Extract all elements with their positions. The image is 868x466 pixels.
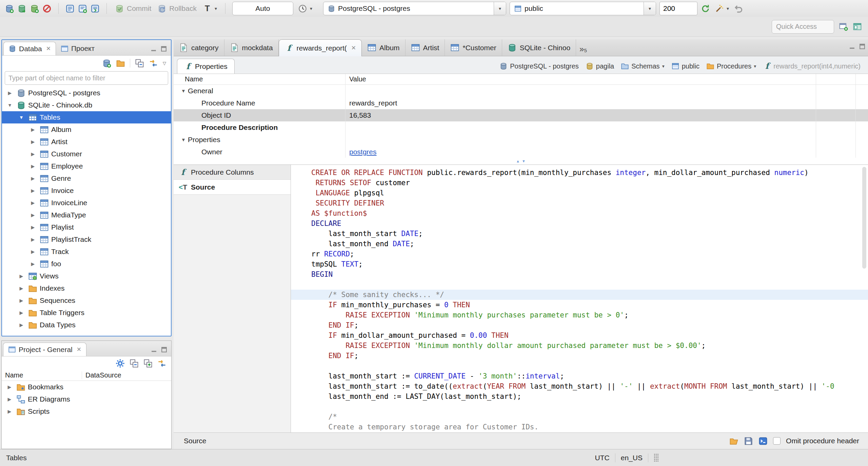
tree-item-foo[interactable]: ▶foo — [2, 258, 171, 270]
code-line[interactable]: DECLARE — [291, 218, 868, 229]
code-line[interactable]: SECURITY DEFINER — [291, 198, 868, 208]
maximize-icon[interactable] — [160, 45, 167, 53]
link-editor-icon[interactable] — [157, 359, 166, 368]
tree-item-indexes[interactable]: ▶Indexes — [2, 282, 171, 294]
format-wand-button[interactable]: ▾ — [713, 3, 730, 14]
tree-item-customer[interactable]: ▶Customer — [2, 148, 171, 160]
collapse-all-icon[interactable] — [130, 359, 139, 368]
connect-icon[interactable] — [17, 4, 26, 13]
auto-commit-combo[interactable]: Auto — [232, 2, 293, 15]
expand-arrow-collapsed-icon[interactable]: ▶ — [28, 176, 37, 181]
save-icon[interactable] — [744, 436, 753, 446]
expand-arrow-collapsed-icon[interactable]: ▶ — [28, 139, 37, 144]
db-perspective-icon[interactable] — [853, 22, 862, 31]
expand-arrow-collapsed-icon[interactable]: ▶ — [17, 322, 26, 328]
code-line[interactable]: last_month_start := to_date((extract(YEA… — [291, 381, 868, 391]
grid-column-name[interactable]: Name — [174, 75, 345, 83]
property-row-owner[interactable]: Ownerpostgres — [174, 146, 868, 158]
code-line[interactable]: last_month_end DATE; — [291, 239, 868, 249]
breadcrumb-item-rewards-report-int4-numeric[interactable]: frewards_report(int4,numeric) — [763, 62, 861, 70]
expand-all-icon[interactable] — [143, 359, 153, 368]
timezone-label[interactable]: UTC — [595, 454, 610, 462]
editor-tab-artist[interactable]: Artist — [406, 39, 445, 56]
code-line[interactable]: IF min_dollar_amount_purchased = 0.00 TH… — [291, 330, 868, 341]
expand-arrow-collapsed-icon[interactable]: ▶ — [28, 225, 37, 230]
breadcrumb-item-procedures[interactable]: Procedures▾ — [706, 62, 756, 70]
open-perspective-icon[interactable] — [839, 22, 848, 31]
chevron-down-icon[interactable]: ▾ — [494, 2, 506, 15]
omit-procedure-header-checkbox[interactable] — [773, 437, 781, 445]
new-database-icon[interactable] — [30, 4, 39, 13]
code-line[interactable]: */ — [291, 432, 868, 432]
tab-properties[interactable]: f Properties — [177, 59, 235, 74]
tree-item-data-types[interactable]: ▶Data Types — [2, 319, 171, 331]
link-editor-icon[interactable] — [149, 59, 158, 68]
tree-item-postgresql-postgres[interactable]: ▶PostgreSQL - postgres — [2, 87, 171, 99]
expand-arrow-expanded-icon[interactable]: ▼ — [179, 137, 188, 142]
expand-arrow-collapsed-icon[interactable]: ▶ — [28, 261, 37, 267]
expand-arrow-collapsed-icon[interactable]: ▶ — [28, 212, 37, 218]
locale-label[interactable]: en_US — [621, 454, 643, 462]
tree-item-album[interactable]: ▶Album — [2, 123, 171, 136]
maximize-icon[interactable] — [160, 346, 168, 353]
tree-item-sqlite-chinook-db[interactable]: ▼SQLite - Chinook.db — [2, 99, 171, 111]
history-dropdown-button[interactable]: ▾ — [297, 3, 314, 14]
refresh-icon[interactable] — [701, 4, 710, 13]
database-selector[interactable]: public ▾ — [510, 2, 656, 15]
open-sql-script-icon[interactable] — [91, 4, 100, 13]
editor-tab-mockdata[interactable]: mockdata — [224, 39, 279, 56]
expand-arrow-expanded-icon[interactable]: ▼ — [5, 102, 14, 108]
grid-column-value[interactable]: Value — [345, 75, 366, 83]
code-line[interactable]: Create a temporary storage area for Cust… — [291, 422, 868, 432]
expand-arrow-collapsed-icon[interactable]: ▶ — [28, 237, 37, 242]
view-menu-icon[interactable]: ▽ — [163, 61, 166, 65]
subtab-source[interactable]: <TSource — [174, 180, 291, 195]
new-folder-icon[interactable] — [116, 59, 125, 68]
tree-item-views[interactable]: ▶Views — [2, 270, 171, 282]
new-connection-small-icon[interactable] — [102, 59, 111, 68]
expand-arrow-collapsed-icon[interactable]: ▶ — [17, 310, 26, 315]
code-line[interactable]: /* Some sanity checks... */ — [291, 290, 868, 300]
code-line[interactable]: RETURNS SETOF customer — [291, 178, 868, 188]
chevron-down-icon[interactable]: ▾ — [644, 2, 656, 15]
code-line[interactable]: last_month_start DATE; — [291, 229, 868, 239]
expand-arrow-collapsed-icon[interactable]: ▶ — [5, 409, 14, 414]
code-line[interactable]: LANGUAGE plpgsql — [291, 188, 868, 198]
code-line[interactable]: last_month_start := CURRENT_DATE - '3 mo… — [291, 371, 868, 381]
code-line[interactable]: AS $function$ — [291, 208, 868, 218]
code-line[interactable] — [291, 402, 868, 412]
editor-tab-category[interactable]: category — [174, 39, 224, 56]
column-header-name[interactable]: Name — [2, 371, 82, 379]
subtab-procedure-columns[interactable]: fProcedure Columns — [174, 165, 291, 180]
expand-arrow-collapsed-icon[interactable]: ▶ — [5, 90, 14, 96]
project-item-er-diagrams[interactable]: ▶ER Diagrams — [2, 393, 171, 405]
tree-item-invoiceline[interactable]: ▶InvoiceLine — [2, 197, 171, 209]
expand-arrow-collapsed-icon[interactable]: ▶ — [5, 396, 14, 402]
expand-arrow-collapsed-icon[interactable]: ▶ — [17, 286, 26, 291]
connection-selector[interactable]: PostgreSQL - postgres ▾ — [323, 2, 506, 15]
new-connection-icon[interactable] — [5, 4, 14, 13]
minimize-icon[interactable] — [848, 43, 856, 50]
code-line[interactable]: IF min_monthly_purchases = 0 THEN — [291, 300, 868, 310]
expand-arrow-collapsed-icon[interactable]: ▶ — [28, 151, 37, 157]
source-code-editor[interactable]: CREATE OR REPLACE FUNCTION public.reward… — [291, 165, 868, 432]
code-line[interactable] — [291, 279, 868, 290]
breadcrumb-item-public[interactable]: public — [671, 62, 699, 70]
persist-icon[interactable] — [758, 436, 768, 446]
collapse-properties-handle[interactable]: ▲▼ — [516, 158, 526, 164]
maximize-icon[interactable] — [859, 43, 866, 50]
rollback-button[interactable]: Rollback — [156, 3, 198, 14]
tree-item-track[interactable]: ▶Track — [2, 246, 171, 258]
breadcrumb-item-postgresql-postgres[interactable]: PostgreSQL - postgres — [499, 62, 579, 70]
expand-arrow-collapsed-icon[interactable]: ▶ — [28, 249, 37, 254]
tab-project-general[interactable]: Project - General ✕ — [3, 343, 86, 356]
disconnect-icon[interactable] — [42, 4, 52, 13]
breadcrumb-item-pagila[interactable]: pagila — [586, 62, 614, 70]
property-row-procedure-name[interactable]: Procedure Namerewards_report — [174, 97, 868, 109]
tab-projects[interactable]: Проект — [56, 42, 99, 55]
tree-item-table-triggers[interactable]: ▶Table Triggers — [2, 307, 171, 319]
new-sql-editor-icon[interactable] — [78, 4, 87, 13]
filter-input[interactable] — [5, 71, 168, 85]
sql-editor-icon[interactable] — [65, 4, 75, 13]
code-line[interactable]: tmpSQL TEXT; — [291, 259, 868, 269]
